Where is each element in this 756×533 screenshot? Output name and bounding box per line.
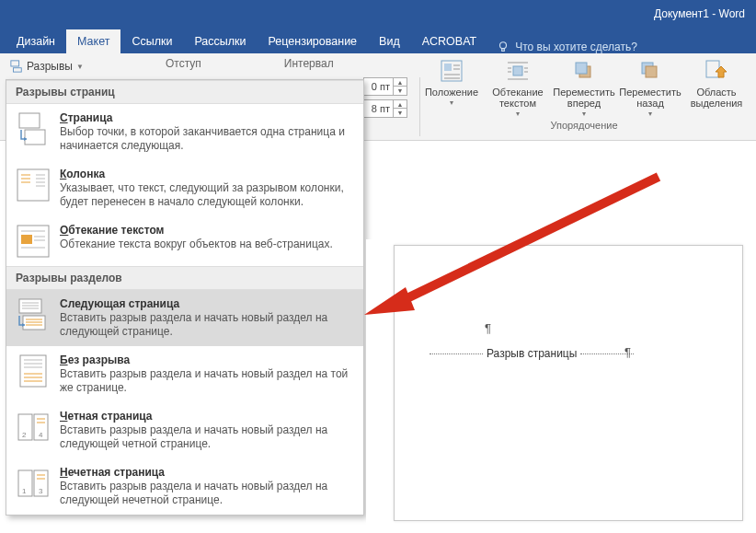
spin-down-icon[interactable]: ▼ <box>394 109 407 117</box>
gallery-item-continuous-section[interactable]: Без разрыва Вставить разрыв раздела и на… <box>6 346 363 402</box>
tab-layout[interactable]: Макет <box>66 29 120 53</box>
page-break-icon <box>16 111 51 146</box>
arrange-group-caption: Упорядочение <box>412 120 756 133</box>
gi-odd-desc: Вставить разрыв раздела и начать новый р… <box>60 480 354 507</box>
position-button[interactable]: Положение▾ <box>421 59 482 120</box>
svg-rect-3 <box>14 68 22 72</box>
wrap-text-label: Обтекание текстом <box>487 87 548 109</box>
svg-rect-10 <box>513 66 522 75</box>
gi-page-desc: Выбор точки, в которой заканчивается одн… <box>60 125 354 153</box>
gi-textwrap-desc: Обтекание текста вокруг объектов на веб-… <box>60 238 333 251</box>
page-break-marker: Разрыв страницы <box>487 347 577 360</box>
text-wrapping-break-icon <box>16 224 51 259</box>
wrap-text-button[interactable]: Обтекание текстом▾ <box>487 59 548 120</box>
gallery-header-sections: Разрывы разделов <box>6 266 363 290</box>
document-area[interactable]: ¶ Разрыв страницы ¶ <box>366 239 756 533</box>
column-break-icon <box>16 168 51 203</box>
lightbulb-icon <box>497 41 510 53</box>
svg-rect-2 <box>11 61 19 66</box>
svg-rect-20 <box>646 66 657 77</box>
next-page-section-icon <box>16 297 51 332</box>
indent-group-label: Отступ <box>166 57 201 70</box>
gi-nextpage-desc: Вставить разрыв раздела и начать новый р… <box>60 311 354 339</box>
gallery-item-page-break[interactable]: Страница Выбор точки, в которой заканчив… <box>6 104 363 160</box>
spin-up-icon[interactable]: ▲ <box>394 78 407 87</box>
spin-down-icon[interactable]: ▼ <box>394 87 407 95</box>
breaks-button-label: Разрывы <box>27 60 73 73</box>
send-backward-icon <box>638 59 662 83</box>
svg-rect-24 <box>17 169 49 201</box>
ribbon-tabs: Дизайн Макет Ссылки Рассылки Рецензирова… <box>0 28 756 53</box>
even-page-section-icon: 24 <box>16 410 51 445</box>
gallery-item-column-break[interactable]: Колонка Указывает, что текст, следующий … <box>6 160 363 216</box>
svg-rect-18 <box>576 63 587 74</box>
breaks-icon <box>10 60 23 73</box>
position-label: Положение <box>425 87 478 98</box>
breaks-gallery: Разрывы страниц Страница Выбор точки, в … <box>6 79 364 516</box>
svg-rect-33 <box>21 235 32 244</box>
gallery-item-next-page-section[interactable]: Следующая страница Вставить разрыв разде… <box>6 290 363 346</box>
document-page[interactable]: ¶ Разрыв страницы ¶ <box>394 245 743 521</box>
arrange-group: Положение▾ Обтекание текстом▾ Переместит… <box>412 53 756 141</box>
chevron-down-icon: ▼ <box>76 63 84 71</box>
gallery-item-odd-page-section[interactable]: 13 Нечетная страница Вставить разрыв раз… <box>6 458 363 515</box>
svg-point-0 <box>500 42 507 49</box>
position-icon <box>440 59 464 83</box>
spacing-before-input[interactable]: 0 пт ▲▼ <box>363 77 407 96</box>
continuous-section-icon <box>16 353 51 388</box>
odd-page-section-icon: 13 <box>16 466 51 501</box>
ribbon-group-labels: Отступ Интервал <box>166 57 334 70</box>
svg-text:4: 4 <box>39 431 43 439</box>
gallery-header-pages: Разрывы страниц <box>6 80 363 104</box>
tab-view[interactable]: Вид <box>368 29 411 53</box>
tell-me-search[interactable]: Что вы хотите сделать? <box>487 41 647 53</box>
spacing-before-value: 0 пт <box>364 81 393 92</box>
gi-page-u: С <box>60 111 68 124</box>
selection-pane-label: Область выделения <box>686 87 747 109</box>
svg-rect-5 <box>444 64 452 71</box>
spacing-after-value: 8 пт <box>364 103 393 114</box>
tab-design[interactable]: Дизайн <box>6 29 66 53</box>
window-title: Документ1 - Word <box>654 7 745 20</box>
bring-forward-icon <box>572 59 596 83</box>
tab-mailings[interactable]: Рассылки <box>183 29 257 53</box>
tab-acrobat[interactable]: ACROBAT <box>411 29 488 53</box>
tell-me-placeholder: Что вы хотите сделать? <box>515 41 637 53</box>
bring-forward-button[interactable]: Переместить вперед▾ <box>554 59 614 120</box>
gi-column-desc: Указывает, что текст, следующий за разры… <box>60 181 354 209</box>
svg-text:2: 2 <box>22 431 27 439</box>
spin-up-icon[interactable]: ▲ <box>394 100 407 109</box>
wrap-text-icon <box>506 59 530 83</box>
pilcrow-mark: ¶ <box>485 321 491 335</box>
gallery-item-even-page-section[interactable]: 24 Четная страница Вставить разрыв разде… <box>6 402 363 458</box>
svg-rect-22 <box>19 113 40 128</box>
spacing-spinners: 0 пт ▲▼ 8 пт ▲▼ <box>363 77 407 122</box>
send-backward-button[interactable]: Переместить назад▾ <box>620 59 681 120</box>
svg-rect-23 <box>25 130 45 145</box>
send-backward-label: Переместить назад <box>619 87 681 109</box>
svg-text:1: 1 <box>22 487 27 495</box>
title-bar: Документ1 - Word <box>0 0 756 28</box>
tab-review[interactable]: Рецензирование <box>258 29 369 53</box>
spacing-after-input[interactable]: 8 пт ▲▼ <box>363 99 407 118</box>
gi-page-rest: траница <box>68 111 113 124</box>
tab-links[interactable]: Ссылки <box>120 29 183 53</box>
breaks-button[interactable]: Разрывы ▼ <box>6 57 88 75</box>
gi-continuous-desc: Вставить разрыв раздела и начать новый р… <box>60 367 354 395</box>
gi-even-desc: Вставить разрыв раздела и начать новый р… <box>60 423 354 451</box>
svg-rect-21 <box>706 61 719 77</box>
bring-forward-label: Переместить вперед <box>553 87 614 109</box>
selection-pane-button[interactable]: Область выделения <box>686 59 747 120</box>
page-break-label: Разрыв страницы <box>487 347 577 360</box>
selection-pane-icon <box>704 59 728 83</box>
spacing-group-label: Интервал <box>284 57 334 70</box>
pilcrow-mark-2: ¶ <box>624 345 631 359</box>
svg-rect-1 <box>502 49 505 52</box>
gallery-item-text-wrapping-break[interactable]: Обтекание текстом Обтекание текста вокру… <box>6 216 363 266</box>
svg-text:3: 3 <box>39 487 43 495</box>
